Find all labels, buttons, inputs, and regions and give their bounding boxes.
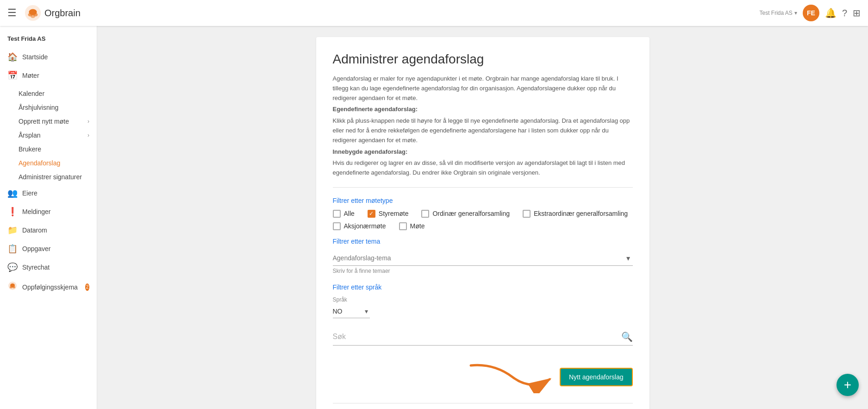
chevron-right-icon: › [87, 118, 89, 125]
sidebar-oppfolgingsskjema-label: Oppfølgingsskjema [22, 283, 78, 291]
sidebar-item-styrechat[interactable]: 💬 Styrechat [0, 258, 97, 277]
sidebar-item-agendaforslag[interactable]: Agendaforslag [0, 156, 97, 170]
arsplan-label: Årsplan [19, 132, 40, 139]
fab-button[interactable]: + [837, 374, 859, 396]
datarom-icon: 📁 [7, 225, 18, 235]
intro-p1: Agendaforslag er maler for nye agendapun… [333, 75, 618, 101]
sidebar-item-moter[interactable]: 📅 Møter [0, 66, 97, 85]
checkbox-ekstraordinaer-label: Ekstraordinær generalforsamling [534, 210, 628, 217]
checkbox-moete-box [399, 222, 407, 230]
nytt-agendaforslag-button[interactable]: Nytt agendaforslag [560, 368, 633, 386]
checkbox-moete-label: Møte [410, 222, 425, 230]
egendefinerte-section-header: Egendefinerte agendaforslag ∧ [333, 403, 633, 409]
checkbox-ekstraordinaer-box [523, 210, 531, 218]
intro-text-egendefinerte-body: Klikk på pluss-knappen nede til høyre fo… [333, 116, 633, 145]
innebygde-label: Innebygde agendaforslag: [333, 148, 408, 155]
intro-text-innebygde: Innebygde agendaforslag: [333, 147, 633, 157]
oppfolgingsskjema-badge: 2 [85, 283, 89, 291]
help-icon[interactable]: ? [842, 8, 847, 19]
sidebar-oppgaver-label: Oppgaver [22, 245, 50, 252]
sidebar-item-eiere[interactable]: 👥 Eiere [0, 184, 97, 202]
page-title: Administrer agendaforslag [333, 52, 633, 67]
sidebar-item-oppfolgingsskjema[interactable]: Oppfølgingsskjema 2 [0, 277, 97, 297]
orange-arrow-icon [466, 361, 568, 393]
checkbox-alle[interactable]: Alle [333, 210, 355, 218]
kalender-label: Kalender [19, 90, 44, 97]
checkbox-ordinaer-label: Ordinær generalforsamling [432, 210, 510, 217]
chevron-right-icon: › [87, 132, 89, 138]
eiere-icon: 👥 [7, 188, 18, 198]
sidebar-item-oppgaver[interactable]: 📋 Oppgaver [0, 239, 97, 258]
bell-icon-wrap: 🔔 [825, 7, 837, 19]
logo-text: Orgbrain [44, 8, 81, 19]
sidebar-item-arshjulvisning[interactable]: Årshjulvisning [0, 101, 97, 114]
checkbox-aksjonaermoete[interactable]: Aksjonærmøte [333, 222, 386, 230]
intro-text-innebygde-body: Hvis du redigerer og lagrer en av disse,… [333, 158, 633, 178]
innebygde-body: Hvis du redigerer og lagrer en av disse,… [333, 159, 625, 176]
search-input[interactable] [333, 333, 621, 341]
filter-motetype-label: Filtrer etter møtetype [333, 197, 633, 204]
arrow-area: Nytt agendaforslag [333, 359, 633, 396]
avatar[interactable]: FE [803, 5, 819, 21]
sidebar-item-datarom[interactable]: 📁 Datarom [0, 221, 97, 239]
company-selector[interactable]: Test Frida AS ▾ [760, 10, 797, 16]
checkbox-ordinaer[interactable]: Ordinær generalforsamling [421, 210, 510, 218]
startside-icon: 🏠 [7, 52, 18, 62]
main-card: Administrer agendaforslag Agendaforslag … [316, 37, 649, 409]
moter-icon: 📅 [7, 70, 18, 81]
sidebar-datarom-label: Datarom [22, 227, 47, 234]
divider-1 [333, 187, 633, 188]
lang-select[interactable]: NO EN [333, 305, 370, 318]
lang-select-wrap: NO EN ▾ [333, 305, 370, 318]
svg-point-4 [31, 15, 35, 18]
checkbox-ekstraordinaer[interactable]: Ekstraordinær generalforsamling [523, 210, 628, 218]
company-name: Test Frida AS [760, 10, 793, 16]
tema-dropdown-container: Agendaforslag-tema ▾ [333, 251, 633, 266]
checkbox-styremoete[interactable]: ✓ Styremøte [368, 210, 409, 218]
egendefinerte-label: Egendefinerte agendaforslag: [333, 106, 418, 113]
filter-sprak-section: Filtrer etter språk Språk NO EN ▾ [333, 283, 633, 318]
administrer-signaturer-label: Administrer signaturer [19, 173, 82, 181]
sidebar-company-label: Test Frida AS [0, 31, 97, 48]
sidebar-item-opprett-nytt-mote[interactable]: Opprett nytt møte › [0, 114, 97, 128]
bell-icon[interactable]: 🔔 [825, 7, 837, 19]
checkbox-moete[interactable]: Møte [399, 222, 425, 230]
company-arrow-icon: ▾ [794, 10, 797, 16]
intro-text-p1: Agendaforslag er maler for nye agendapun… [333, 74, 633, 103]
checkbox-aksjonaermoete-label: Aksjonærmøte [344, 222, 386, 230]
svg-point-7 [10, 286, 12, 289]
sidebar-eiere-label: Eiere [22, 189, 37, 197]
moter-subitems: Kalender Årshjulvisning Opprett nytt møt… [0, 87, 97, 184]
egendefinerte-body: Klikk på pluss-knappen nede til høyre fo… [333, 117, 630, 144]
filter-tema-label: Filtrer etter tema [333, 238, 633, 245]
checkbox-alle-box [333, 210, 341, 218]
checkbox-styremoete-label: Styremøte [379, 210, 409, 217]
sidebar-item-administrer-signaturer[interactable]: Administrer signaturer [0, 170, 97, 184]
sidebar-meldinger-label: Meldinger [22, 208, 50, 215]
checkbox-grid-motetype: Alle ✓ Styremøte Ordinær generalforsamli… [333, 210, 633, 230]
tema-dropdown[interactable]: Agendaforslag-tema [333, 251, 633, 266]
sidebar-item-brukere[interactable]: Brukere [0, 142, 97, 156]
body-layout: Test Frida AS 🏠 Startside 📅 Møter Kalend… [0, 26, 868, 409]
search-row: 🔍 [333, 331, 633, 346]
checkbox-aksjonaermoete-box [333, 222, 341, 230]
sidebar-styrechat-label: Styrechat [22, 264, 50, 271]
sidebar-item-meldinger[interactable]: ❗ Meldinger [0, 202, 97, 221]
sprak-label: Språk [333, 296, 633, 303]
search-button[interactable]: 🔍 [621, 331, 633, 342]
meldinger-icon: ❗ [7, 207, 18, 217]
sidebar: Test Frida AS 🏠 Startside 📅 Møter Kalend… [0, 26, 97, 409]
tema-helper-text: Skriv for å finne temaer [333, 268, 633, 274]
sidebar-item-startside[interactable]: 🏠 Startside [0, 48, 97, 66]
brukere-label: Brukere [19, 145, 41, 153]
sidebar-item-arsplan[interactable]: Årsplan › [0, 128, 97, 142]
logo: Orgbrain [24, 4, 81, 22]
checkbox-ordinaer-box [421, 210, 429, 218]
sidebar-moter-label: Møter [22, 72, 39, 79]
hamburger-icon[interactable]: ☰ [7, 7, 17, 19]
filter-sprak-label: Filtrer etter språk [333, 283, 633, 291]
grid-icon[interactable]: ⊞ [853, 7, 861, 19]
styrechat-icon: 💬 [7, 262, 18, 272]
topnav: ☰ Orgbrain Test Frida AS ▾ FE 🔔 ? ⊞ [0, 0, 868, 26]
sidebar-item-kalender[interactable]: Kalender [0, 87, 97, 101]
